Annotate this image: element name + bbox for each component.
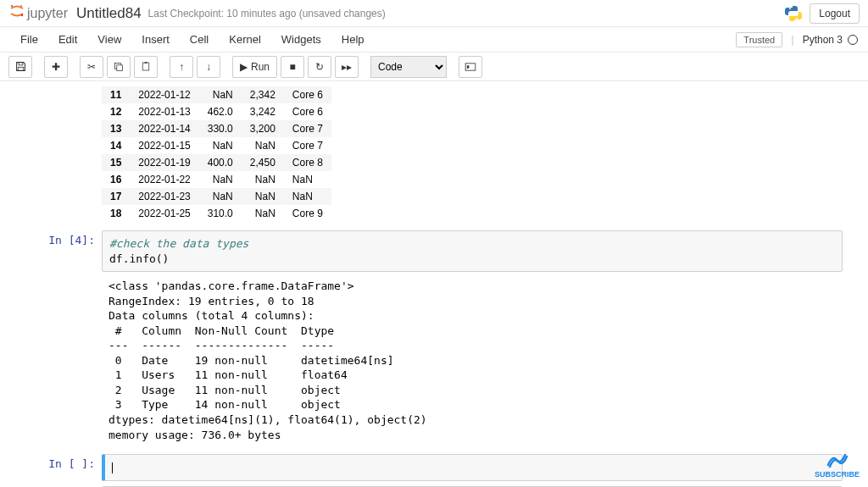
cell-input[interactable]: #check the data types df.info() <box>102 230 843 272</box>
cell-type-select[interactable]: Code <box>370 56 447 78</box>
menu-view[interactable]: View <box>87 28 131 51</box>
jupyter-logo[interactable]: jupyter <box>8 3 68 24</box>
interrupt-button[interactable]: ■ <box>281 56 304 78</box>
svg-point-4 <box>796 18 798 19</box>
notebook-title[interactable]: Untitled84 <box>76 5 142 22</box>
svg-rect-10 <box>145 62 147 64</box>
menu-edit[interactable]: Edit <box>48 28 87 51</box>
move-up-button[interactable]: ↑ <box>170 56 193 78</box>
cell-prompt: In [ ]: <box>25 454 102 481</box>
notebook-header: jupyter Untitled84 Last Checkpoint: 10 m… <box>0 0 868 27</box>
code-cell[interactable]: In [4]: #check the data types df.info() <box>25 230 843 272</box>
table-row: 132022-01-14330.03,200Core 7 <box>102 120 331 137</box>
subscribe-watermark: SUBSCRIBE <box>815 451 860 479</box>
svg-point-1 <box>21 14 23 16</box>
svg-point-3 <box>789 8 791 9</box>
kernel-name: Python 3 <box>803 34 843 46</box>
code-output: <class 'pandas.core.frame.DataFrame'> Ra… <box>25 274 843 447</box>
menu-cell[interactable]: Cell <box>180 28 219 51</box>
jupyter-icon <box>8 3 25 24</box>
trusted-indicator[interactable]: Trusted <box>736 32 782 47</box>
notebook-area[interactable]: 112022-01-12NaN2,342Core 6122022-01-1346… <box>0 81 868 487</box>
save-button[interactable] <box>8 56 32 78</box>
menu-kernel[interactable]: Kernel <box>219 28 271 51</box>
python-icon <box>784 4 803 23</box>
svg-point-0 <box>11 5 13 7</box>
menu-help[interactable]: Help <box>331 28 375 51</box>
insert-cell-button[interactable]: ✚ <box>44 56 68 78</box>
menu-file[interactable]: File <box>10 28 48 51</box>
logout-button[interactable]: Logout <box>810 3 860 24</box>
menubar: File Edit View Insert Cell Kernel Widget… <box>0 27 868 53</box>
kernel-status-icon <box>848 35 858 45</box>
copy-button[interactable] <box>107 56 131 78</box>
dataframe-output: 112022-01-12NaN2,342Core 6122022-01-1346… <box>102 86 868 222</box>
restart-run-all-button[interactable]: ▸▸ <box>335 56 359 78</box>
kernel-indicator[interactable]: Python 3 <box>803 34 858 46</box>
jupyter-logo-text: jupyter <box>27 6 68 21</box>
menu-insert[interactable]: Insert <box>131 28 180 51</box>
table-row: 122022-01-13462.03,242Core 6 <box>102 103 331 120</box>
table-row: 162022-01-22NaNNaNNaN <box>102 171 331 188</box>
svg-rect-9 <box>142 63 149 70</box>
cell-output-text: <class 'pandas.core.frame.DataFrame'> Ra… <box>102 274 843 447</box>
move-down-button[interactable]: ↓ <box>197 56 220 78</box>
svg-rect-12 <box>467 65 470 68</box>
command-palette-button[interactable] <box>459 56 482 78</box>
table-row: 142022-01-15NaNNaNCore 7 <box>102 137 331 154</box>
svg-rect-6 <box>18 67 24 70</box>
svg-rect-8 <box>117 64 123 70</box>
code-cell[interactable]: In [ ]: <box>25 454 843 481</box>
table-row: 182022-01-25310.0NaNCore 9 <box>102 205 331 222</box>
run-button[interactable]: ▶ Run <box>232 56 277 78</box>
paste-button[interactable] <box>134 56 158 78</box>
table-row: 172022-01-23NaNNaNNaN <box>102 188 331 205</box>
table-row: 152022-01-19400.02,450Core 8 <box>102 154 331 171</box>
restart-button[interactable]: ↻ <box>308 56 331 78</box>
toolbar: ✚ ✂ ↑ ↓ ▶ Run ■ ↻ ▸▸ Code <box>0 53 868 81</box>
menu-widgets[interactable]: Widgets <box>271 28 331 51</box>
checkpoint-status: Last Checkpoint: 10 minutes ago (unsaved… <box>148 8 386 19</box>
cell-input[interactable] <box>102 454 843 481</box>
cut-button[interactable]: ✂ <box>80 56 103 78</box>
cell-prompt: In [4]: <box>25 230 102 272</box>
svg-point-2 <box>20 5 22 7</box>
table-row: 112022-01-12NaN2,342Core 6 <box>102 86 331 103</box>
